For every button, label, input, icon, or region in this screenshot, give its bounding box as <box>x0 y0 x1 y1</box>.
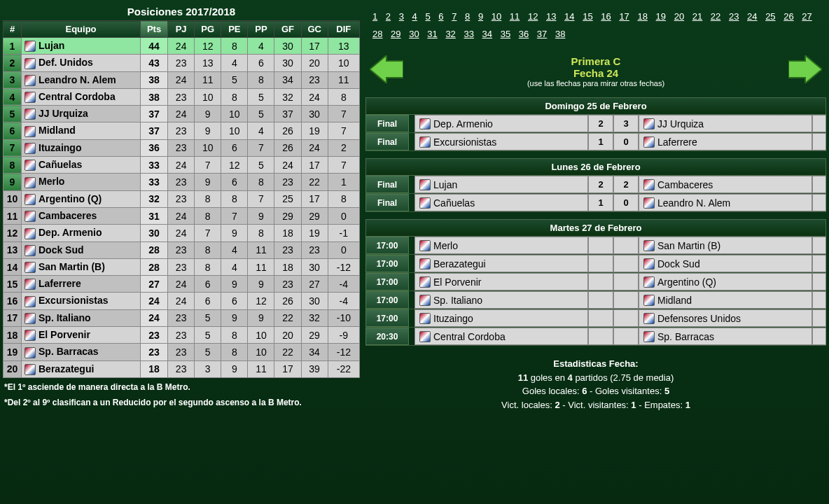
match-row[interactable]: FinalExcursionistas10Laferrere <box>365 133 826 151</box>
team-cell[interactable]: Cambaceres <box>22 207 141 224</box>
home-team[interactable]: Central Cordoba <box>415 328 588 345</box>
team-cell[interactable]: Def. Unidos <box>22 55 141 71</box>
fecha-link[interactable]: 4 <box>410 11 420 22</box>
team-cell[interactable]: Lujan <box>22 38 141 55</box>
dif-cell: 0 <box>328 241 359 258</box>
team-cell[interactable]: Argentino (Q) <box>22 190 141 207</box>
team-crest-icon <box>643 313 655 324</box>
away-team[interactable]: Midland <box>639 291 812 309</box>
away-team[interactable]: JJ Urquiza <box>639 115 812 132</box>
fecha-link[interactable]: 24 <box>744 11 760 22</box>
fecha-link[interactable]: 30 <box>406 29 422 39</box>
away-team[interactable]: Dock Sud <box>639 255 812 272</box>
fecha-link[interactable]: 19 <box>653 11 669 22</box>
home-team[interactable]: Sp. Italiano <box>415 291 588 309</box>
fecha-link[interactable]: 25 <box>762 11 778 22</box>
team-cell[interactable]: Ituzaingo <box>22 139 141 156</box>
fecha-link[interactable]: 38 <box>552 29 568 39</box>
fecha-link[interactable]: 28 <box>370 29 385 39</box>
home-team[interactable]: Lujan <box>415 176 588 193</box>
away-team[interactable]: Cambaceres <box>639 176 812 193</box>
fecha-link[interactable]: 2 <box>383 11 393 22</box>
fecha-link[interactable]: 6 <box>436 11 446 22</box>
home-team[interactable]: Excursionistas <box>415 133 588 150</box>
fecha-link[interactable]: 16 <box>598 11 613 22</box>
row-cap <box>812 176 826 193</box>
fecha-link[interactable]: 3 <box>396 11 407 22</box>
match-row[interactable]: 17:00BerazateguiDock Sud <box>365 255 826 273</box>
fecha-link[interactable]: 34 <box>480 29 495 39</box>
match-row[interactable]: FinalDep. Armenio23JJ Urquiza <box>365 115 826 133</box>
team-cell[interactable]: San Martin (B) <box>22 258 141 275</box>
home-team[interactable]: Cañuelas <box>415 194 588 211</box>
home-team[interactable]: Ituzaingo <box>415 309 588 327</box>
fecha-link[interactable]: 22 <box>708 11 723 22</box>
prev-fecha-arrow-icon[interactable] <box>370 55 403 83</box>
fecha-link[interactable]: 23 <box>726 11 741 22</box>
fecha-link[interactable]: 33 <box>461 29 476 39</box>
away-team[interactable]: Laferrere <box>639 133 812 150</box>
fecha-link[interactable]: 17 <box>616 11 632 22</box>
fecha-link[interactable]: 29 <box>388 29 403 39</box>
fecha-link[interactable]: 8 <box>462 11 473 22</box>
fecha-link[interactable]: 18 <box>634 11 650 22</box>
match-row[interactable]: 17:00El PorvenirArgentino (Q) <box>365 273 826 291</box>
away-score: 2 <box>613 176 639 193</box>
fecha-link[interactable]: 12 <box>525 11 541 22</box>
pj-cell: 24 <box>168 293 195 309</box>
match-row[interactable]: 17:00Sp. ItalianoMidland <box>365 291 826 309</box>
fecha-link[interactable]: 15 <box>580 11 595 22</box>
match-row[interactable]: 17:00ItuzaingoDefensores Unidos <box>365 309 826 328</box>
next-fecha-arrow-icon[interactable] <box>788 55 822 83</box>
home-team[interactable]: Berazategui <box>415 255 588 272</box>
match-row[interactable]: 17:00MerloSan Martin (B) <box>365 237 826 255</box>
team-cell[interactable]: Laferrere <box>22 276 141 293</box>
team-cell[interactable]: JJ Urquiza <box>22 106 141 122</box>
fecha-link[interactable]: 21 <box>690 11 705 22</box>
team-cell[interactable]: Midland <box>22 122 141 139</box>
team-cell[interactable]: Leandro N. Alem <box>22 71 141 88</box>
match-row[interactable]: FinalCañuelas10Leandro N. Alem <box>365 194 826 212</box>
team-cell[interactable]: Dock Sud <box>22 241 141 258</box>
home-team[interactable]: El Porvenir <box>415 273 588 290</box>
home-team[interactable]: Merlo <box>415 237 588 254</box>
team-cell[interactable]: Merlo <box>22 174 141 190</box>
match-status: 20:30 <box>365 328 409 345</box>
fecha-link[interactable]: 31 <box>424 29 440 39</box>
fecha-link[interactable]: 5 <box>422 11 433 22</box>
col-gc: GC <box>301 21 328 38</box>
team-cell[interactable]: Cañuelas <box>22 157 141 174</box>
team-cell[interactable]: Dep. Armenio <box>22 225 141 241</box>
home-team[interactable]: Dep. Armenio <box>415 115 588 132</box>
pj-cell: 24 <box>168 207 195 224</box>
fecha-link[interactable]: 7 <box>449 11 459 22</box>
fecha-link[interactable]: 1 <box>370 11 380 22</box>
fecha-link[interactable]: 36 <box>516 29 531 39</box>
team-cell[interactable]: Excursionistas <box>22 293 141 309</box>
team-cell[interactable]: El Porvenir <box>22 327 141 344</box>
standings-table: # Equipo Pts PJ PG PE PP GF GC DIF 1Luja… <box>3 20 360 378</box>
team-cell[interactable]: Central Cordoba <box>22 88 141 105</box>
away-team[interactable]: Defensores Unidos <box>639 309 812 327</box>
fecha-link[interactable]: 13 <box>543 11 559 22</box>
away-team[interactable]: Argentino (Q) <box>639 273 812 290</box>
away-team[interactable]: Leandro N. Alem <box>639 194 812 211</box>
fecha-link[interactable]: 11 <box>507 11 522 22</box>
fecha-link[interactable]: 14 <box>562 11 577 22</box>
fecha-link[interactable]: 35 <box>498 29 513 39</box>
team-cell[interactable]: Berazategui <box>22 360 141 377</box>
fecha-link[interactable]: 27 <box>799 11 814 22</box>
away-team[interactable]: San Martin (B) <box>639 237 812 254</box>
match-row[interactable]: 20:30Central CordobaSp. Barracas <box>365 328 826 346</box>
away-team[interactable]: Sp. Barracas <box>639 328 812 345</box>
fecha-link[interactable]: 9 <box>475 11 486 22</box>
fecha-link[interactable]: 37 <box>534 29 550 39</box>
fecha-link[interactable]: 20 <box>671 11 687 22</box>
team-cell[interactable]: Sp. Barracas <box>22 344 141 360</box>
fecha-link[interactable]: 10 <box>489 11 504 22</box>
fecha-link[interactable]: 26 <box>781 11 796 22</box>
fecha-link[interactable]: 32 <box>443 29 458 39</box>
match-row[interactable]: FinalLujan22Cambaceres <box>365 176 826 194</box>
team-cell[interactable]: Sp. Italiano <box>22 309 141 326</box>
rank-cell: 2 <box>4 55 22 71</box>
